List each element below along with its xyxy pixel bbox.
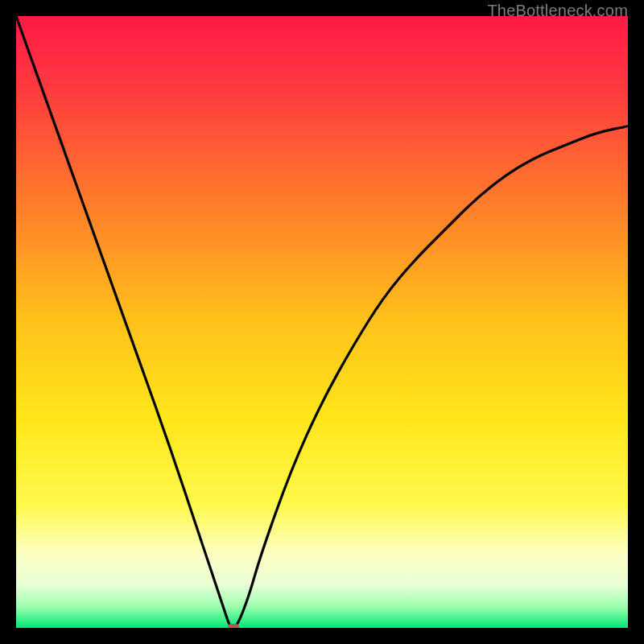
- plot-area: [16, 16, 628, 628]
- chart-frame: TheBottleneck.com: [0, 0, 644, 644]
- optimal-point-marker: [228, 624, 239, 628]
- bottleneck-curve: [16, 16, 628, 628]
